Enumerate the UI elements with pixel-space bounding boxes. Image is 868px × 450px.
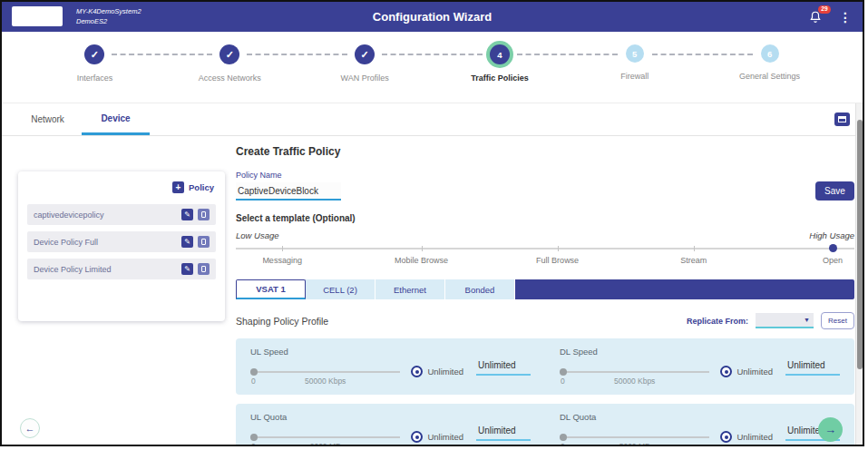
top-bar: MY-K4DemoSystem2 DemoES2 Configuration W… xyxy=(2,2,863,32)
radio-selected-icon[interactable] xyxy=(411,431,423,443)
template-heading: Select a template (Optional) xyxy=(236,213,854,223)
tab-ethernet[interactable]: Ethernet xyxy=(375,279,445,299)
delete-icon[interactable] xyxy=(198,236,210,248)
replicate-from-select[interactable]: ▼ xyxy=(756,313,814,328)
radio-label: Unlimited xyxy=(427,367,463,377)
template-option: Full Browse xyxy=(536,256,579,265)
tab-bar-filler xyxy=(515,279,854,299)
speed-card: UL Speed 0 50000 Kbps Unlimited Unlimi xyxy=(236,338,854,395)
dl-speed-slider-track[interactable]: 0 50000 Kbps xyxy=(560,367,709,386)
app-window: MY-K4DemoSystem2 DemoES2 Configuration W… xyxy=(0,0,864,446)
ul-speed-value-field[interactable]: Unlimited xyxy=(476,360,531,376)
dl-speed-value-field[interactable]: Unlimited xyxy=(785,360,840,376)
step-access-networks[interactable]: Access Networks xyxy=(162,32,297,103)
ul-quota-group: UL Quota 0 2000 MB Unlimited xyxy=(236,412,545,446)
slider-min: 0 xyxy=(251,377,256,386)
step-wan-profiles[interactable]: WAN Profiles xyxy=(297,32,433,103)
expand-panel-icon[interactable] xyxy=(834,112,850,126)
dl-quota-slider-handle[interactable] xyxy=(560,434,567,441)
radio-selected-icon[interactable] xyxy=(720,366,732,377)
slider-tick xyxy=(422,246,423,251)
step-label: Traffic Policies xyxy=(471,73,529,83)
tab-network[interactable]: Network xyxy=(14,103,82,135)
radio-selected-icon[interactable] xyxy=(720,431,732,443)
slider-min: 0 xyxy=(561,377,565,386)
add-policy-button[interactable]: + Policy xyxy=(172,181,214,193)
policy-list-item[interactable]: captivedevicepolicy ✎ xyxy=(27,204,216,225)
delete-icon[interactable] xyxy=(198,263,210,275)
kebab-menu-icon[interactable]: ⋮ xyxy=(839,11,852,24)
back-button[interactable]: ← xyxy=(20,418,40,438)
scrollbar-thumb[interactable] xyxy=(857,120,863,369)
radio-label: Unlimited xyxy=(736,367,773,377)
reset-button[interactable]: Reset xyxy=(821,312,854,329)
policy-name: captivedevicepolicy xyxy=(34,210,177,220)
dl-quota-group: DL Quota 0 5000 MB Unlimited xyxy=(545,412,854,446)
step-check-icon xyxy=(355,44,375,64)
ul-quota-slider-track[interactable]: 0 2000 MB xyxy=(250,433,400,446)
step-general-settings[interactable]: 6 General Settings xyxy=(702,32,837,103)
ul-speed-slider-handle[interactable] xyxy=(250,368,258,376)
edit-icon[interactable]: ✎ xyxy=(181,263,193,275)
tab-bonded[interactable]: Bonded xyxy=(445,279,515,299)
policy-list-item[interactable]: Device Policy Full ✎ xyxy=(27,231,216,252)
next-button[interactable]: → xyxy=(818,417,843,442)
edit-icon[interactable]: ✎ xyxy=(181,236,193,248)
policy-name: Device Policy Limited xyxy=(34,265,177,274)
wizard-stepper: Interfaces Access Networks WAN Profiles … xyxy=(2,32,863,103)
edit-icon[interactable]: ✎ xyxy=(181,209,193,220)
ul-quota-value-field[interactable]: Unlimited xyxy=(476,426,531,441)
notifications-button[interactable]: 29 xyxy=(809,10,823,24)
dl-speed-unlimited-option: Unlimited xyxy=(720,366,773,377)
policy-name-input[interactable] xyxy=(236,182,341,201)
dl-speed-slider-handle[interactable] xyxy=(560,368,567,376)
trash-glyph xyxy=(201,211,206,218)
topbar-actions: 29 ⋮ xyxy=(809,2,852,32)
template-option: Messaging xyxy=(262,256,302,265)
step-number: 4 xyxy=(490,44,510,64)
chevron-down-icon: ▼ xyxy=(804,317,810,323)
step-label: Firewall xyxy=(620,72,649,81)
ul-speed-slider-track[interactable]: 0 50000 Kbps xyxy=(250,367,400,386)
slider-min: 0 xyxy=(251,442,256,446)
policy-list-item[interactable]: Device Policy Limited ✎ xyxy=(27,259,216,279)
step-interfaces[interactable]: Interfaces xyxy=(27,32,162,103)
ul-quota-slider-handle[interactable] xyxy=(250,434,258,441)
ul-speed-row: 0 50000 Kbps Unlimited Unlimited xyxy=(250,367,531,386)
step-traffic-policies[interactable]: 4 Traffic Policies xyxy=(432,32,567,103)
tab-vsat-1[interactable]: VSAT 1 xyxy=(236,279,306,299)
policy-name-row: Save xyxy=(236,181,854,201)
scrollbar-track[interactable] xyxy=(855,103,863,445)
add-policy-label: Policy xyxy=(189,182,214,192)
shaping-header-row: Shaping Policy Profile Replicate From: ▼… xyxy=(236,312,854,329)
step-label: Access Networks xyxy=(199,73,261,83)
page-title: Configuration Wizard xyxy=(2,10,863,24)
quota-card: UL Quota 0 2000 MB Unlimited xyxy=(236,404,854,446)
ul-quota-label: UL Quota xyxy=(250,412,531,422)
tab-cell[interactable]: CELL (2) xyxy=(306,279,375,299)
template-slider-track[interactable] xyxy=(236,245,854,253)
tab-device[interactable]: Device xyxy=(82,103,150,135)
step-firewall[interactable]: 5 Firewall xyxy=(567,32,702,103)
template-option: Mobile Browse xyxy=(395,256,448,265)
radio-selected-icon[interactable] xyxy=(411,366,423,377)
slider-max: 2000 MB xyxy=(310,442,341,446)
trash-glyph xyxy=(201,266,206,272)
step-number: 5 xyxy=(626,44,644,63)
slider-max: 5000 MB xyxy=(619,442,650,446)
traffic-policy-editor: Create Traffic Policy Policy Name Save S… xyxy=(236,136,854,446)
template-range-labels: Low Usage High Usage xyxy=(236,230,854,240)
radio-label: Unlimited xyxy=(736,432,773,442)
low-usage-label: Low Usage xyxy=(236,230,279,240)
dl-quota-unlimited-option: Unlimited xyxy=(720,431,773,443)
plus-icon: + xyxy=(172,181,184,193)
view-tab-bar: Network Device xyxy=(2,103,863,136)
template-slider-handle[interactable] xyxy=(829,244,837,252)
slider-max: 50000 Kbps xyxy=(305,377,346,386)
policy-name-label: Policy Name xyxy=(236,171,854,180)
replicate-group: Replicate From: ▼ Reset xyxy=(687,312,854,329)
delete-icon[interactable] xyxy=(198,209,210,220)
dl-quota-slider-track[interactable]: 0 5000 MB xyxy=(560,433,709,446)
save-button[interactable]: Save xyxy=(815,181,854,201)
ul-speed-unlimited-option: Unlimited xyxy=(411,366,463,377)
